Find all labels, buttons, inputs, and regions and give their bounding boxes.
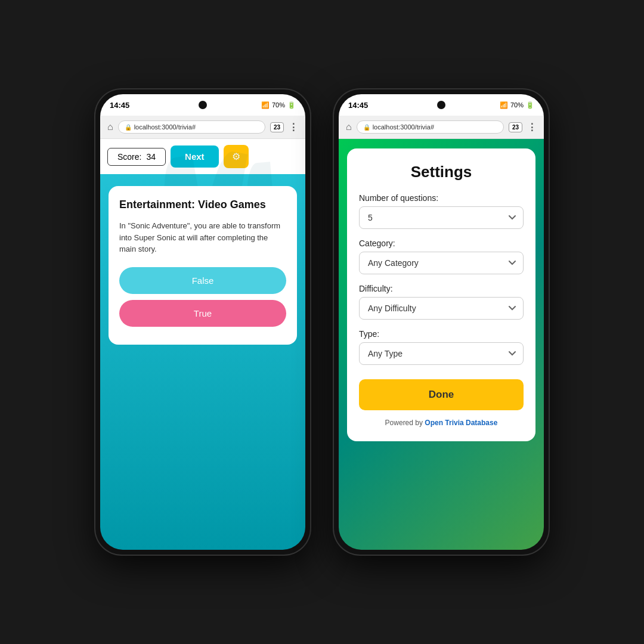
menu-icon-left[interactable]: ⋮ (289, 122, 298, 133)
answer-true-button[interactable]: True (119, 300, 286, 327)
tab-count-left[interactable]: 23 (270, 122, 284, 132)
label-type: Type: (359, 329, 524, 339)
wifi-icon-right: 📶 (500, 101, 508, 109)
battery-icon: 🔋 (287, 101, 296, 109)
form-group-num-questions: Number of questions: 5 10 15 20 25 (359, 193, 524, 229)
status-bar-right: 14:45 📶 70% 🔋 (339, 94, 544, 116)
browser-bar-left: ⌂ 🔒 localhost:3000/trivia# 23 ⋮ (100, 116, 305, 139)
question-card: Entertainment: Video Games In "Sonic Adv… (109, 186, 297, 345)
select-category[interactable]: Any Category Entertainment Science Sport… (359, 252, 524, 274)
battery-right: 70% (510, 101, 524, 109)
battery-icon-right: 🔋 (526, 101, 534, 109)
home-icon-right[interactable]: ⌂ (346, 122, 352, 132)
right-phone: 14:45 📶 70% 🔋 ⌂ 🔒 localhost:3000/trivia#… (334, 89, 549, 555)
lock-icon-left: 🔒 (125, 124, 132, 131)
powered-by: Powered by Open Trivia Database (359, 419, 524, 427)
battery-left: 70% (272, 101, 285, 109)
answer-false-button[interactable]: False (119, 267, 286, 294)
select-difficulty[interactable]: Any Difficulty Easy Medium Hard (359, 297, 524, 320)
category-title: Entertainment: Video Games (119, 198, 286, 212)
wifi-icon: 📶 (261, 101, 270, 109)
done-button[interactable]: Done (359, 379, 524, 410)
status-bar-left: 14:45 📶 70% 🔋 (100, 94, 305, 116)
form-group-type: Type: Any Type Multiple Choice True / Fa… (359, 329, 524, 365)
browser-bar-right: ⌂ 🔒 localhost:3000/trivia# 23 ⋮ (339, 116, 544, 139)
lock-icon-right: 🔒 (363, 124, 370, 131)
url-text-left: localhost:3000/trivia# (134, 123, 196, 131)
score-label: Score: (117, 152, 141, 162)
form-group-difficulty: Difficulty: Any Difficulty Easy Medium H… (359, 284, 524, 320)
select-type[interactable]: Any Type Multiple Choice True / False (359, 342, 524, 365)
camera-notch-left (199, 101, 207, 109)
time-right: 14:45 (348, 101, 410, 110)
status-icons-right: 📶 70% 🔋 (472, 101, 534, 109)
home-icon-left[interactable]: ⌂ (107, 122, 113, 132)
opentdb-link[interactable]: Open Trivia Database (425, 419, 497, 427)
url-bar-left[interactable]: 🔒 localhost:3000/trivia# (118, 120, 265, 134)
label-difficulty: Difficulty: (359, 284, 524, 293)
form-group-category: Category: Any Category Entertainment Sci… (359, 239, 524, 274)
settings-content: Settings Number of questions: 5 10 15 20… (339, 139, 544, 550)
label-category: Category: (359, 239, 524, 248)
url-text-right: localhost:3000/trivia# (373, 123, 434, 131)
question-text: In "Sonic Adventure", you are able to tr… (119, 220, 286, 255)
select-num-questions[interactable]: 5 10 15 20 25 (359, 206, 524, 229)
time-left: 14:45 (110, 101, 172, 110)
menu-icon-right[interactable]: ⋮ (527, 122, 537, 133)
url-bar-right[interactable]: 🔒 localhost:3000/trivia# (357, 120, 504, 134)
label-num-questions: Number of questions: (359, 193, 524, 203)
left-phone: 14:45 📶 70% 🔋 ⌂ 🔒 localhost:3000/trivia#… (95, 89, 310, 555)
settings-title: Settings (359, 163, 524, 181)
status-icons-left: 📶 70% 🔋 (234, 101, 296, 109)
settings-card: Settings Number of questions: 5 10 15 20… (347, 148, 535, 441)
tab-count-right[interactable]: 23 (509, 122, 522, 132)
camera-notch-right (437, 101, 445, 109)
game-content: Score: 34 Next ⚙ Entertainment: Video Ga… (100, 139, 305, 550)
